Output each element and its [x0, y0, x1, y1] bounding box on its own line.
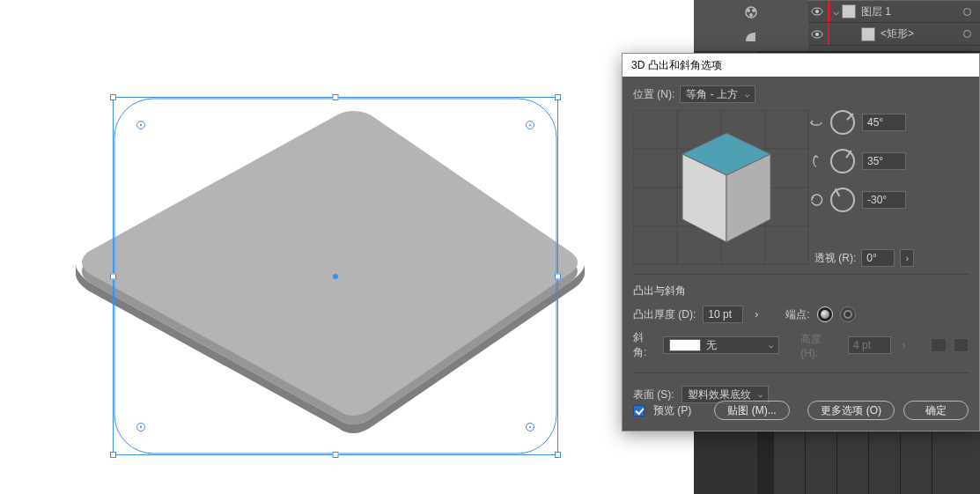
stepper-icon: ›: [898, 339, 910, 351]
corner-widget[interactable]: [526, 423, 534, 431]
corner-widget[interactable]: [136, 423, 145, 431]
object-swatch: [861, 27, 875, 41]
rotate-y-input[interactable]: 35°: [862, 152, 906, 170]
visibility-icon[interactable]: [810, 27, 824, 41]
extrude-depth-input[interactable]: 10 pt: [703, 306, 743, 323]
bevel-swatch: [669, 339, 701, 351]
layer-row[interactable]: ⌵ 图层 1: [808, 0, 980, 23]
rotate-z-input[interactable]: -30°: [862, 191, 906, 209]
surface-label: 表面 (S):: [633, 387, 674, 402]
corner-widget[interactable]: [136, 121, 145, 129]
perspective-input[interactable]: 0°: [861, 249, 895, 267]
layers-panel[interactable]: ⌵ 图层 1 <矩形>: [694, 0, 980, 51]
bevel-extent-out-icon: [954, 338, 969, 352]
position-value: 等角 - 上方: [686, 87, 738, 102]
bevel-label: 斜角:: [633, 330, 656, 360]
layer-swatch: [842, 4, 856, 18]
ok-button[interactable]: 确定: [903, 401, 969, 420]
rotate-y-icon: [809, 154, 823, 168]
canvas[interactable]: [0, 0, 694, 494]
more-options-button[interactable]: 更多选项 (O): [807, 401, 895, 420]
svg-point-8: [815, 33, 819, 36]
surface-value: 塑料效果底纹: [688, 387, 751, 402]
cap-label: 端点:: [785, 307, 809, 322]
object-label: <矩形>: [881, 26, 914, 41]
bevel-extent-in-icon: [931, 338, 946, 352]
layer-sub-row[interactable]: <矩形>: [808, 23, 980, 46]
chevron-down-icon: ⌵: [745, 90, 749, 99]
position-select[interactable]: 等角 - 上方 ⌵: [680, 85, 755, 103]
3d-extrude-dialog[interactable]: 3D 凸出和斜角选项 位置 (N): 等角 - 上方 ⌵: [622, 53, 980, 431]
cap-off-button[interactable]: [840, 306, 856, 322]
position-label: 位置 (N):: [633, 87, 674, 102]
rotate-y-dial[interactable]: [830, 149, 855, 173]
extrude-depth-label: 凸出厚度 (D):: [633, 307, 696, 322]
bevel-height-input: 4 pt: [848, 336, 891, 354]
disclosure-icon[interactable]: ⌵: [829, 5, 842, 18]
perspective-stepper[interactable]: ›: [900, 249, 914, 267]
perspective-label: 透视 (R):: [814, 251, 856, 266]
selection-bounding-box[interactable]: [113, 97, 558, 455]
rotate-x-dial[interactable]: [830, 110, 855, 135]
chevron-down-icon: ⌵: [758, 390, 763, 399]
bevel-select[interactable]: 无 ⌵: [663, 336, 779, 354]
rotate-z-dial[interactable]: [830, 188, 855, 212]
preview-label: 预览 (P): [653, 403, 691, 418]
bevel-height-label: 高度 (H):: [800, 332, 841, 359]
svg-point-6: [815, 10, 819, 13]
shape-tool-icon[interactable]: [741, 26, 762, 48]
rotate-z-row: -30°: [809, 188, 906, 212]
target-icon[interactable]: [963, 8, 971, 16]
svg-point-2: [747, 9, 750, 12]
dialog-title: 3D 凸出和斜角选项: [623, 54, 979, 77]
preview-checkbox[interactable]: [633, 405, 645, 417]
center-point: [333, 274, 338, 279]
track-cube[interactable]: [674, 128, 779, 251]
svg-point-3: [752, 9, 755, 12]
map-art-button[interactable]: 贴图 (M)...: [714, 401, 789, 420]
stepper-icon[interactable]: ›: [750, 308, 763, 321]
rotate-x-icon: [809, 115, 823, 129]
rotate-z-icon: [809, 193, 823, 207]
corner-widget[interactable]: [526, 121, 534, 129]
rotate-x-input[interactable]: 45°: [862, 114, 906, 131]
chevron-down-icon: ⌵: [769, 341, 773, 350]
rotate-y-row: 35°: [809, 149, 906, 173]
target-icon[interactable]: [963, 30, 971, 38]
rotate-x-row: 45°: [809, 110, 906, 135]
visibility-icon[interactable]: [810, 4, 824, 18]
svg-point-4: [749, 13, 753, 17]
extrude-section-title: 凸出与斜角: [633, 284, 969, 299]
cap-on-button[interactable]: [817, 306, 833, 322]
color-tool-icon[interactable]: [741, 2, 762, 23]
bevel-value: 无: [706, 338, 717, 353]
layer-label: 图层 1: [861, 4, 891, 19]
